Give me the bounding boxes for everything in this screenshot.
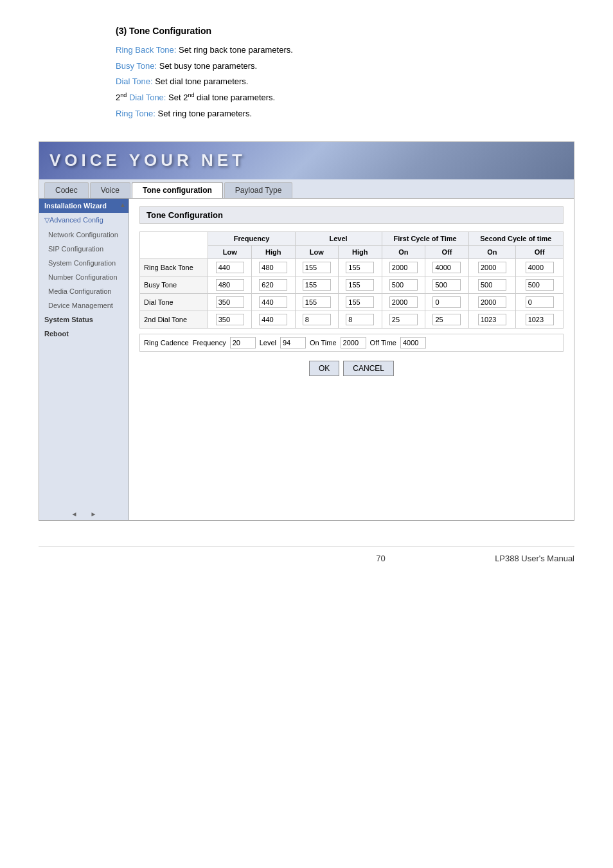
second-dial-tone-label: 2nd Dial Tone xyxy=(140,311,208,328)
sdt-second-off[interactable] xyxy=(526,314,554,325)
sidebar-item-network-config[interactable]: Network Configuration xyxy=(39,228,129,242)
bt-first-off[interactable] xyxy=(432,279,461,291)
freq-low-header: Low xyxy=(208,245,252,258)
sidebar-item-sip-config[interactable]: SIP Configuration xyxy=(39,242,129,256)
dt-second-off[interactable] xyxy=(526,296,554,308)
tab-bar: Codec Voice Tone configuration Payload T… xyxy=(39,179,574,199)
busy-tone-row: Busy Tone xyxy=(140,276,564,293)
dial-tone-label: Dial Tone xyxy=(140,293,208,311)
ring-cadence-off-time[interactable] xyxy=(400,337,426,348)
rbt-freq-low[interactable] xyxy=(216,262,244,273)
browser-window: VOICE YOUR NET Codec Voice Tone configur… xyxy=(39,141,574,521)
sidebar-item-advanced-config[interactable]: ▽Advanced Config xyxy=(39,213,129,228)
second-off-header: Off xyxy=(516,245,564,258)
freq-high-header: High xyxy=(252,245,296,258)
bt-second-off[interactable] xyxy=(526,279,554,291)
sdt-first-off[interactable] xyxy=(432,314,461,325)
rbt-first-off[interactable] xyxy=(432,262,461,273)
level-header: Level xyxy=(295,231,382,245)
ring-cadence-level[interactable] xyxy=(280,337,306,348)
doc-list-item-2: Busy Tone: Set busy tone parameters. xyxy=(116,59,574,75)
sidebar-item-system-status[interactable]: System Status xyxy=(39,312,129,327)
dt-freq-low[interactable] xyxy=(216,296,244,308)
browser-header: VOICE YOUR NET xyxy=(39,142,574,179)
tab-codec[interactable]: Codec xyxy=(44,182,89,198)
first-off-header: Off xyxy=(425,245,469,258)
bt-freq-high[interactable] xyxy=(259,279,287,291)
manual-title: LP388 User's Manual xyxy=(495,554,574,563)
busy-tone-link[interactable]: Busy Tone: xyxy=(116,61,157,71)
sidebar-item-device-management[interactable]: Device Management xyxy=(39,298,129,312)
level-high-header: High xyxy=(339,245,382,258)
ring-back-tone-label: Ring Back Tone xyxy=(140,258,208,276)
logo: VOICE YOUR NET xyxy=(49,150,246,170)
sdt-first-on[interactable] xyxy=(389,314,418,325)
bt-first-on[interactable] xyxy=(389,279,418,291)
rbt-level-low[interactable] xyxy=(303,262,331,273)
ok-button[interactable]: OK xyxy=(309,361,339,376)
dt-level-low[interactable] xyxy=(303,296,331,308)
sdt-level-high[interactable] xyxy=(346,314,374,325)
tab-tone-configuration[interactable]: Tone configuration xyxy=(132,182,223,198)
first-on-header: On xyxy=(382,245,425,258)
sidebar-item-number-config[interactable]: Number Configuration xyxy=(39,270,129,284)
content-area: Tone Configuration Frequency Level First… xyxy=(129,199,574,520)
second-dial-tone-link[interactable]: Dial Tone: xyxy=(129,93,166,102)
ring-back-tone-row: Ring Back Tone xyxy=(140,258,564,276)
doc-section: (3) Tone Configuration Ring Back Tone: S… xyxy=(39,26,574,122)
busy-tone-label: Busy Tone xyxy=(140,276,208,293)
empty-header xyxy=(140,231,208,258)
dt-second-on[interactable] xyxy=(478,296,506,308)
doc-list-item-1: Ring Back Tone: Set ring back tone param… xyxy=(116,42,574,59)
dt-level-high[interactable] xyxy=(346,296,374,308)
page-footer: 70 LP388 User's Manual xyxy=(39,547,574,563)
rbt-second-on[interactable] xyxy=(478,262,506,273)
dt-freq-high[interactable] xyxy=(259,296,287,308)
rbt-second-off[interactable] xyxy=(526,262,554,273)
dial-tone-link[interactable]: Dial Tone: xyxy=(116,77,153,86)
ring-cadence-row: Ring Cadence Frequency Level On Time Off… xyxy=(139,334,564,352)
sdt-second-on[interactable] xyxy=(478,314,506,325)
second-on-header: On xyxy=(468,245,516,258)
sidebar-item-media-config[interactable]: Media Configuration xyxy=(39,284,129,298)
bt-level-high[interactable] xyxy=(346,279,374,291)
dt-first-off[interactable] xyxy=(432,296,461,308)
dial-tone-row: Dial Tone xyxy=(140,293,564,311)
button-row: OK CANCEL xyxy=(139,361,564,376)
main-layout: ▲ Installation Wizard ▽Advanced Config N… xyxy=(39,199,574,520)
sidebar-scroll-up[interactable]: ▲ xyxy=(120,201,126,208)
sdt-freq-high[interactable] xyxy=(259,314,287,325)
ring-cadence-frequency[interactable] xyxy=(230,337,256,348)
rbt-level-high[interactable] xyxy=(346,262,374,273)
sidebar-scroll-right[interactable]: ► xyxy=(91,511,97,518)
sdt-level-low[interactable] xyxy=(303,314,331,325)
doc-list: Ring Back Tone: Set ring back tone param… xyxy=(116,42,574,122)
doc-title: (3) Tone Configuration xyxy=(116,26,574,36)
bt-second-on[interactable] xyxy=(478,279,506,291)
ring-cadence-on-time[interactable] xyxy=(341,337,366,348)
ring-tone-link[interactable]: Ring Tone: xyxy=(116,109,155,118)
page-number: 70 xyxy=(267,554,495,563)
cancel-button[interactable]: CANCEL xyxy=(343,361,394,376)
section-title: Tone Configuration xyxy=(139,206,564,224)
sidebar-scroll-left[interactable]: ◄ xyxy=(71,511,78,518)
tab-payload-type[interactable]: Payload Type xyxy=(224,182,293,198)
on-time-cadence-label: On Time xyxy=(310,339,337,347)
second-cycle-header: Second Cycle of time xyxy=(468,231,563,245)
off-time-cadence-label: Off Time xyxy=(370,339,396,347)
sidebar-item-installation-wizard[interactable]: Installation Wizard xyxy=(39,199,129,213)
ring-back-tone-link[interactable]: Ring Back Tone: xyxy=(116,45,176,55)
sidebar-item-system-config[interactable]: System Configuration xyxy=(39,256,129,270)
rbt-first-on[interactable] xyxy=(389,262,418,273)
sidebar: ▲ Installation Wizard ▽Advanced Config N… xyxy=(39,199,129,520)
rbt-freq-high[interactable] xyxy=(259,262,287,273)
sidebar-item-reboot[interactable]: Reboot xyxy=(39,327,129,341)
bt-level-low[interactable] xyxy=(303,279,331,291)
level-low-header: Low xyxy=(295,245,339,258)
tab-voice[interactable]: Voice xyxy=(90,182,130,198)
bt-freq-low[interactable] xyxy=(216,279,244,291)
sidebar-scroll-controls: ◄ ► xyxy=(39,511,129,518)
sdt-freq-low[interactable] xyxy=(216,314,244,325)
dt-first-on[interactable] xyxy=(389,296,418,308)
ring-cadence-label: Ring Cadence xyxy=(144,339,189,347)
